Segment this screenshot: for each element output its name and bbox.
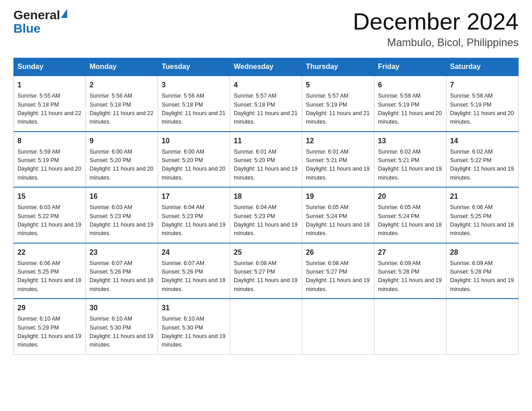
day-info: Sunrise: 6:03 AMSunset: 5:22 PMDaylight:… — [17, 203, 82, 238]
calendar-cell: 21 Sunrise: 6:06 AMSunset: 5:25 PMDaylig… — [446, 187, 519, 243]
page-header: General Blue December 2024 Mambulo, Bico… — [13, 9, 519, 49]
calendar-cell: 11 Sunrise: 6:01 AMSunset: 5:20 PMDaylig… — [230, 132, 302, 188]
weekday-header-friday: Friday — [374, 58, 446, 76]
calendar-cell: 19 Sunrise: 6:05 AMSunset: 5:24 PMDaylig… — [302, 187, 374, 243]
day-info: Sunrise: 5:57 AMSunset: 5:19 PMDaylight:… — [306, 92, 370, 127]
weekday-header-wednesday: Wednesday — [230, 58, 302, 76]
day-info: Sunrise: 6:08 AMSunset: 5:27 PMDaylight:… — [234, 259, 298, 294]
day-number: 29 — [17, 303, 82, 313]
day-info: Sunrise: 5:58 AMSunset: 5:19 PMDaylight:… — [450, 92, 515, 127]
calendar-cell: 25 Sunrise: 6:08 AMSunset: 5:27 PMDaylig… — [230, 243, 302, 299]
day-info: Sunrise: 5:59 AMSunset: 5:19 PMDaylight:… — [17, 148, 82, 183]
calendar-week-row: 8 Sunrise: 5:59 AMSunset: 5:19 PMDayligh… — [14, 132, 519, 188]
day-number: 21 — [450, 191, 515, 202]
title-block: December 2024 Mambulo, Bicol, Philippine… — [353, 9, 519, 49]
weekday-header-tuesday: Tuesday — [158, 58, 230, 76]
logo-blue: Blue — [13, 21, 41, 35]
day-info: Sunrise: 6:10 AMSunset: 5:30 PMDaylight:… — [90, 315, 154, 350]
day-number: 23 — [90, 247, 154, 258]
weekday-header-thursday: Thursday — [302, 58, 374, 76]
calendar-cell: 20 Sunrise: 6:05 AMSunset: 5:24 PMDaylig… — [374, 187, 446, 243]
weekday-header-monday: Monday — [86, 58, 158, 76]
calendar-cell: 1 Sunrise: 5:55 AMSunset: 5:18 PMDayligh… — [14, 76, 86, 132]
day-info: Sunrise: 6:06 AMSunset: 5:25 PMDaylight:… — [450, 203, 515, 238]
calendar-cell: 2 Sunrise: 5:56 AMSunset: 5:18 PMDayligh… — [86, 76, 158, 132]
day-info: Sunrise: 6:03 AMSunset: 5:23 PMDaylight:… — [90, 203, 154, 238]
weekday-header-saturday: Saturday — [446, 58, 519, 76]
day-number: 16 — [90, 191, 154, 202]
calendar-cell: 27 Sunrise: 6:09 AMSunset: 5:28 PMDaylig… — [374, 243, 446, 299]
calendar-week-row: 1 Sunrise: 5:55 AMSunset: 5:18 PMDayligh… — [14, 76, 519, 132]
day-info: Sunrise: 6:01 AMSunset: 5:21 PMDaylight:… — [306, 148, 370, 183]
calendar-header-row: SundayMondayTuesdayWednesdayThursdayFrid… — [14, 58, 519, 76]
calendar-cell: 24 Sunrise: 6:07 AMSunset: 5:26 PMDaylig… — [158, 243, 230, 299]
day-info: Sunrise: 6:05 AMSunset: 5:24 PMDaylight:… — [378, 203, 442, 238]
calendar-cell: 31 Sunrise: 6:10 AMSunset: 5:30 PMDaylig… — [158, 299, 230, 354]
day-number: 26 — [306, 247, 370, 258]
day-info: Sunrise: 6:01 AMSunset: 5:20 PMDaylight:… — [234, 148, 298, 183]
day-number: 17 — [162, 191, 226, 202]
day-number: 12 — [306, 136, 370, 146]
calendar-cell: 16 Sunrise: 6:03 AMSunset: 5:23 PMDaylig… — [86, 187, 158, 243]
calendar-cell: 15 Sunrise: 6:03 AMSunset: 5:22 PMDaylig… — [14, 187, 86, 243]
day-info: Sunrise: 6:09 AMSunset: 5:28 PMDaylight:… — [378, 259, 442, 294]
month-title: December 2024 — [353, 9, 519, 34]
calendar-cell — [230, 299, 302, 354]
calendar-cell: 9 Sunrise: 6:00 AMSunset: 5:20 PMDayligh… — [86, 132, 158, 188]
day-number: 11 — [234, 136, 298, 146]
day-info: Sunrise: 6:07 AMSunset: 5:26 PMDaylight:… — [162, 259, 226, 294]
calendar-cell: 12 Sunrise: 6:01 AMSunset: 5:21 PMDaylig… — [302, 132, 374, 188]
day-number: 24 — [162, 247, 226, 258]
location-subtitle: Mambulo, Bicol, Philippines — [353, 36, 519, 49]
day-info: Sunrise: 5:57 AMSunset: 5:18 PMDaylight:… — [234, 92, 298, 127]
logo-general: General — [13, 9, 60, 21]
calendar-cell — [446, 299, 519, 354]
day-number: 18 — [234, 191, 298, 202]
day-info: Sunrise: 6:09 AMSunset: 5:28 PMDaylight:… — [450, 259, 515, 294]
calendar-cell: 23 Sunrise: 6:07 AMSunset: 5:26 PMDaylig… — [86, 243, 158, 299]
day-info: Sunrise: 5:55 AMSunset: 5:18 PMDaylight:… — [17, 92, 82, 127]
day-info: Sunrise: 6:10 AMSunset: 5:30 PMDaylight:… — [162, 315, 226, 350]
day-info: Sunrise: 6:04 AMSunset: 5:23 PMDaylight:… — [234, 203, 298, 238]
calendar-cell: 22 Sunrise: 6:06 AMSunset: 5:25 PMDaylig… — [14, 243, 86, 299]
day-info: Sunrise: 6:08 AMSunset: 5:27 PMDaylight:… — [306, 259, 370, 294]
calendar-week-row: 29 Sunrise: 6:10 AMSunset: 5:29 PMDaylig… — [14, 299, 519, 354]
day-number: 1 — [17, 80, 82, 90]
day-info: Sunrise: 6:02 AMSunset: 5:22 PMDaylight:… — [450, 148, 515, 183]
calendar-body: 1 Sunrise: 5:55 AMSunset: 5:18 PMDayligh… — [14, 76, 519, 354]
calendar-cell: 18 Sunrise: 6:04 AMSunset: 5:23 PMDaylig… — [230, 187, 302, 243]
day-number: 2 — [90, 80, 154, 90]
day-number: 31 — [162, 303, 226, 313]
day-number: 28 — [450, 247, 515, 258]
day-number: 9 — [90, 136, 154, 146]
day-number: 14 — [450, 136, 515, 146]
calendar-cell: 29 Sunrise: 6:10 AMSunset: 5:29 PMDaylig… — [14, 299, 86, 354]
calendar-cell: 6 Sunrise: 5:58 AMSunset: 5:19 PMDayligh… — [374, 76, 446, 132]
day-info: Sunrise: 6:00 AMSunset: 5:20 PMDaylight:… — [90, 148, 154, 183]
calendar-cell: 26 Sunrise: 6:08 AMSunset: 5:27 PMDaylig… — [302, 243, 374, 299]
day-number: 7 — [450, 80, 515, 90]
calendar-cell: 3 Sunrise: 5:56 AMSunset: 5:18 PMDayligh… — [158, 76, 230, 132]
day-info: Sunrise: 6:06 AMSunset: 5:25 PMDaylight:… — [17, 259, 82, 294]
day-number: 25 — [234, 247, 298, 258]
day-info: Sunrise: 5:56 AMSunset: 5:18 PMDaylight:… — [162, 92, 226, 127]
day-number: 8 — [17, 136, 82, 146]
day-number: 19 — [306, 191, 370, 202]
calendar-table: SundayMondayTuesdayWednesdayThursdayFrid… — [13, 58, 519, 355]
calendar-cell — [302, 299, 374, 354]
day-number: 13 — [378, 136, 442, 146]
day-number: 27 — [378, 247, 442, 258]
day-number: 20 — [378, 191, 442, 202]
calendar-week-row: 15 Sunrise: 6:03 AMSunset: 5:22 PMDaylig… — [14, 187, 519, 243]
calendar-cell: 14 Sunrise: 6:02 AMSunset: 5:22 PMDaylig… — [446, 132, 519, 188]
day-info: Sunrise: 6:04 AMSunset: 5:23 PMDaylight:… — [162, 203, 226, 238]
calendar-cell: 17 Sunrise: 6:04 AMSunset: 5:23 PMDaylig… — [158, 187, 230, 243]
calendar-cell: 30 Sunrise: 6:10 AMSunset: 5:30 PMDaylig… — [86, 299, 158, 354]
day-number: 3 — [162, 80, 226, 90]
day-info: Sunrise: 6:10 AMSunset: 5:29 PMDaylight:… — [17, 315, 82, 350]
calendar-cell: 7 Sunrise: 5:58 AMSunset: 5:19 PMDayligh… — [446, 76, 519, 132]
calendar-week-row: 22 Sunrise: 6:06 AMSunset: 5:25 PMDaylig… — [14, 243, 519, 299]
day-number: 30 — [90, 303, 154, 313]
calendar-cell: 4 Sunrise: 5:57 AMSunset: 5:18 PMDayligh… — [230, 76, 302, 132]
calendar-cell: 10 Sunrise: 6:00 AMSunset: 5:20 PMDaylig… — [158, 132, 230, 188]
